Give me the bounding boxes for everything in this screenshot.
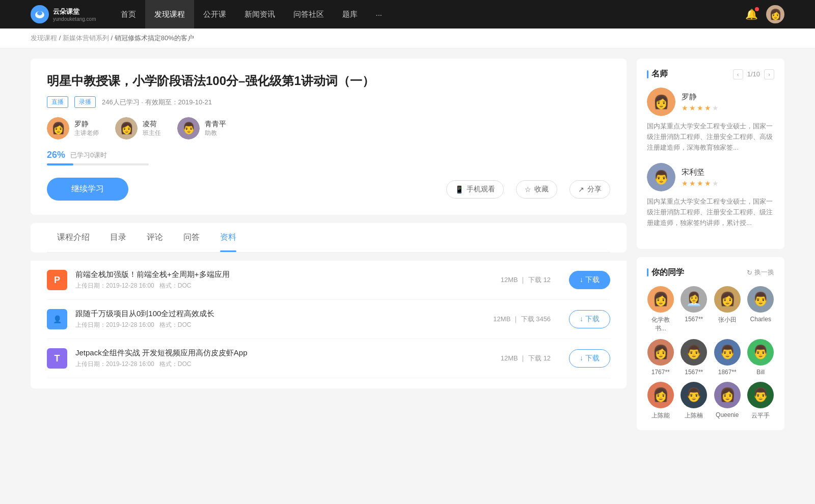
svg-point-1 — [37, 11, 42, 15]
navbar: 云朵课堂 yundouketang.com 首页 发现课程 公开课 新闻资讯 问… — [0, 0, 815, 29]
sidebar-teacher-desc-1: 国内某重点大学安全工程专业硕士，国家一级注册消防工程师、注册安全工程师、高级注册… — [647, 121, 774, 153]
classmates-card: 你的同学 ↻ 换一换 👩 化学教书... 👩‍💼 1567** 👩 张小田 — [637, 257, 784, 430]
bell-icon[interactable]: 🔔 — [745, 8, 758, 20]
progress-bar-bg — [47, 163, 149, 165]
teacher-role-2: 班主任 — [143, 129, 161, 137]
breadcrumb-sep1: / — [59, 34, 63, 42]
refresh-button[interactable]: ↻ 换一换 — [747, 268, 774, 277]
star-7: ★ — [689, 179, 696, 187]
sidebar-teacher-info-2: 宋利坚 ★ ★ ★ ★ ★ — [682, 167, 719, 187]
nav-qa[interactable]: 问答社区 — [284, 0, 333, 29]
resource-icon-2: 👤 — [47, 309, 67, 329]
resource-meta-2: 上传日期：2019-12-28 16:00 格式：DOC — [75, 321, 485, 329]
nav-home[interactable]: 首页 — [112, 0, 145, 29]
classmate-name-12: 云平手 — [751, 411, 770, 420]
classmate-avatar-5: 👩 — [647, 339, 674, 366]
classmate-5[interactable]: 👩 1767** — [647, 339, 674, 376]
progress-pct: 26% — [47, 150, 65, 160]
download-button-2[interactable]: ↓ 下载 — [569, 310, 610, 328]
tabs-section: 课程介绍 目录 评论 问答 资料 — [31, 223, 627, 253]
resource-info-3: Jetpack全组件实战 开发短视频应用高仿皮皮虾App 上传日期：2019-1… — [75, 348, 493, 369]
resource-name-2: 跟随千万级项目从0到100全过程高效成长 — [75, 309, 485, 319]
star-10: ★ — [712, 179, 719, 187]
logo-sub: yundouketang.com — [53, 16, 96, 22]
refresh-label: 换一换 — [754, 268, 774, 277]
resource-info-2: 跟随千万级项目从0到100全过程高效成长 上传日期：2019-12-28 16:… — [75, 309, 485, 329]
nav-right: 🔔 👩 — [745, 5, 784, 23]
collect-label: 收藏 — [534, 185, 549, 194]
tab-resource[interactable]: 资料 — [210, 223, 247, 252]
share-button[interactable]: ↗ 分享 — [569, 180, 610, 199]
phone-icon: 📱 — [455, 185, 464, 193]
classmate-12[interactable]: 👨 云平手 — [747, 382, 775, 420]
nav-quiz[interactable]: 题库 — [333, 0, 367, 29]
logo[interactable]: 云朵课堂 yundouketang.com — [31, 5, 96, 23]
classmate-avatar-11: 👩 — [714, 382, 741, 408]
resource-name-1: 前端全栈加强版！前端全栈+全周期+多端应用 — [75, 270, 493, 279]
next-page-btn[interactable]: › — [764, 69, 774, 79]
classmate-9[interactable]: 👩 上陈能 — [647, 382, 674, 420]
download-button-1[interactable]: ↓ 下载 — [569, 271, 610, 289]
breadcrumb-series[interactable]: 新媒体营销系列 — [63, 34, 109, 42]
teacher-1: 👩 罗静 主讲老师 — [47, 117, 99, 139]
classmate-7[interactable]: 👨 1867** — [714, 339, 741, 376]
classmate-avatar-6: 👨 — [681, 339, 707, 366]
classmate-name-5: 1767** — [651, 369, 670, 376]
classmate-name-10: 上陈楠 — [685, 411, 703, 420]
sidebar-teacher-2: 👨 宋利坚 ★ ★ ★ ★ ★ 国内某重点大学安全工程专业硕士，国家一级注册消防… — [647, 163, 774, 228]
sidebar-teacher-name-1: 罗静 — [682, 92, 719, 102]
teacher-2: 👩 凌荷 班主任 — [115, 117, 161, 139]
resource-name-3: Jetpack全组件实战 开发短视频应用高仿皮皮虾App — [75, 348, 493, 358]
tag-record: 录播 — [74, 96, 96, 108]
tabs: 课程介绍 目录 评论 问答 资料 — [47, 223, 610, 253]
classmate-avatar-7: 👨 — [714, 339, 741, 366]
star-2: ★ — [689, 104, 696, 112]
phone-label: 手机观看 — [467, 185, 495, 194]
star-9: ★ — [704, 179, 711, 187]
resource-stats-2: 12MB ｜ 下载 3456 — [493, 315, 551, 324]
share-label: 分享 — [587, 185, 602, 194]
breadcrumb-discover[interactable]: 发现课程 — [31, 34, 57, 42]
tab-intro[interactable]: 课程介绍 — [47, 223, 100, 252]
sidebar-teacher-avatar-1: 👩 — [647, 88, 675, 116]
nav-discover[interactable]: 发现课程 — [145, 0, 194, 29]
teacher-name-3: 青青平 — [205, 120, 226, 129]
classmate-2[interactable]: 👩‍💼 1567** — [681, 286, 708, 333]
classmate-11[interactable]: 👩 Queenie — [714, 382, 741, 420]
tab-catalog[interactable]: 目录 — [100, 223, 137, 252]
classmate-name-7: 1867** — [718, 369, 737, 376]
tab-qa[interactable]: 问答 — [173, 223, 210, 252]
refresh-icon: ↻ — [747, 269, 752, 276]
course-title: 明星中教授课，小学阶段语法100分–强化级第1讲动词（一） — [47, 73, 610, 89]
classmate-4[interactable]: 👨 Charles — [747, 286, 775, 333]
nav-open[interactable]: 公开课 — [194, 0, 235, 29]
classmate-1[interactable]: 👩 化学教书... — [647, 286, 674, 333]
resource-meta-1: 上传日期：2019-12-28 16:00 格式：DOC — [75, 282, 493, 290]
classmate-10[interactable]: 👨 上陈楠 — [681, 382, 708, 420]
bell-dot — [755, 7, 759, 11]
sidebar-teacher-name-2: 宋利坚 — [682, 167, 719, 177]
download-button-3[interactable]: ↓ 下载 — [569, 349, 610, 368]
classmate-3[interactable]: 👩 张小田 — [714, 286, 741, 333]
right-panel: 名师 ‹ 1/10 › 👩 罗静 ★ ★ — [637, 59, 784, 430]
resource-icon-1: P — [47, 270, 67, 290]
classmate-avatar-10: 👨 — [681, 382, 707, 408]
prev-page-btn[interactable]: ‹ — [733, 69, 743, 79]
user-avatar[interactable]: 👩 — [766, 5, 784, 23]
teacher-avatar-2: 👩 — [115, 117, 138, 139]
tab-review[interactable]: 评论 — [137, 223, 173, 252]
nav-news[interactable]: 新闻资讯 — [235, 0, 284, 29]
classmate-name-1: 化学教书... — [647, 316, 674, 333]
action-row: 继续学习 📱 手机观看 ☆ 收藏 ↗ 分享 — [47, 178, 610, 201]
nav-more[interactable]: ··· — [367, 0, 392, 29]
classmate-name-6: 1567** — [685, 369, 703, 376]
classmate-6[interactable]: 👨 1567** — [681, 339, 708, 376]
phone-view-button[interactable]: 📱 手机观看 — [446, 180, 504, 199]
classmate-name-2: 1567** — [685, 316, 703, 323]
collect-button[interactable]: ☆ 收藏 — [516, 180, 557, 199]
breadcrumb-current: 销冠修炼术搞定80%的客户 — [115, 34, 194, 42]
classmate-8[interactable]: 👨 Bill — [747, 339, 775, 376]
continue-button[interactable]: 继续学习 — [47, 178, 128, 201]
star-5: ★ — [712, 104, 719, 112]
progress-label: 26% 已学习0课时 — [47, 150, 610, 160]
